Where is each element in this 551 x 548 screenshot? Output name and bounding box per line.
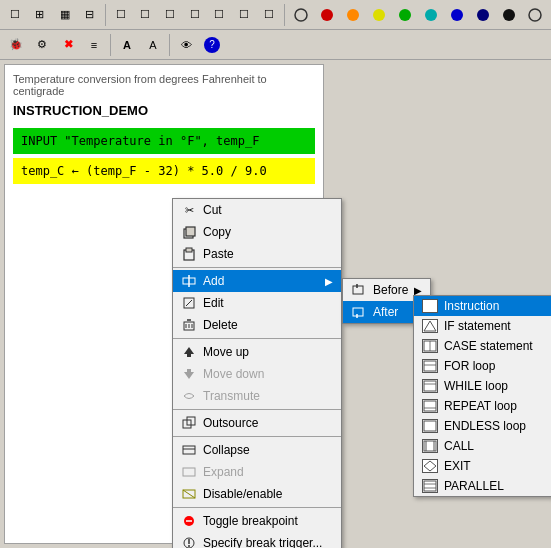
copy-icon [181,224,197,240]
menu-item-edit[interactable]: Edit [173,292,341,314]
context-menu: ✂ Cut Copy Paste Add ▶ Edit Delete [172,198,342,548]
tb2-gear[interactable]: ⚙ [30,33,54,57]
add-arrow-icon: ▶ [325,276,333,287]
circle-red[interactable] [315,3,339,27]
svg-rect-11 [186,227,195,236]
svg-marker-23 [184,347,194,354]
type-for[interactable]: FOR loop [414,356,551,376]
svg-rect-57 [424,481,436,491]
repeat-icon [422,399,438,413]
repeat-label: REPEAT loop [444,399,517,413]
circle-black[interactable] [497,3,521,27]
circle-empty2-icon [527,7,543,23]
endless-icon [422,419,438,433]
expand-label: Expand [203,465,244,479]
font-a2-icon: A [144,36,162,54]
menu-item-add[interactable]: Add ▶ [173,270,341,292]
submenu-types: Instruction IF statement CASE statement … [413,295,551,497]
cut-label: Cut [203,203,222,217]
if-icon [422,319,438,333]
black-circle-icon [501,7,517,23]
add-icon [181,273,197,289]
copy-label: Copy [203,225,231,239]
svg-marker-25 [184,372,194,379]
while-icon [422,379,438,393]
type-while[interactable]: WHILE loop [414,376,551,396]
circle-teal[interactable] [419,3,443,27]
exit-icon [422,459,438,473]
menu-item-delete[interactable]: Delete [173,314,341,336]
circle-green[interactable] [393,3,417,27]
menu-item-cut[interactable]: ✂ Cut [173,199,341,221]
svg-point-8 [503,9,515,21]
type-if[interactable]: IF statement [414,316,551,336]
code-title: INSTRUCTION_DEMO [13,103,315,118]
paste-label: Paste [203,247,234,261]
menu-item-collapse[interactable]: Collapse [173,439,341,461]
type-endless[interactable]: ENDLESS loop [414,416,551,436]
delete-label: Delete [203,318,238,332]
circle-orange[interactable] [341,3,365,27]
tb-btn-9[interactable]: ☐ [208,3,231,27]
menu-item-expand[interactable]: Expand [173,461,341,483]
tb-btn-5[interactable]: ☐ [110,3,133,27]
while-label: WHILE loop [444,379,508,393]
circle-yellow[interactable] [367,3,391,27]
menu-item-breakpoint[interactable]: Toggle breakpoint [173,510,341,532]
circle-darkblue[interactable] [471,3,495,27]
tb2-x[interactable]: ✖ [56,33,80,57]
menu-item-move-down[interactable]: Move down [173,363,341,385]
circle-empty-2[interactable] [523,3,547,27]
paste-icon [181,246,197,262]
tb-btn-11[interactable]: ☐ [257,3,280,27]
menu-item-paste[interactable]: Paste [173,243,341,265]
type-call[interactable]: CALL [414,436,551,456]
tb2-font1[interactable]: A [115,33,139,57]
type-case[interactable]: CASE statement [414,336,551,356]
tb-btn-4[interactable]: ⊟ [78,3,101,27]
type-exit[interactable]: EXIT [414,456,551,476]
circle-empty-1[interactable] [289,3,313,27]
tb2-lines[interactable]: ≡ [82,33,106,57]
type-repeat[interactable]: REPEAT loop [414,396,551,416]
svg-point-1 [321,9,333,21]
menu-item-copy[interactable]: Copy [173,221,341,243]
tb2-font2[interactable]: A [141,33,165,57]
tb2-eye[interactable]: 👁 [174,33,198,57]
tb-btn-8[interactable]: ☐ [183,3,206,27]
menu-item-move-up[interactable]: Move up [173,341,341,363]
blue-circle-icon [449,7,465,23]
type-instruction[interactable]: Instruction [414,296,551,316]
after-label: After [373,305,398,319]
toolbar-top: ☐ ⊞ ▦ ⊟ ☐ ☐ ☐ ☐ ☐ ☐ ☐ [0,0,551,30]
move-down-label: Move down [203,367,264,381]
breakpoint-label: Toggle breakpoint [203,514,298,528]
collapse-label: Collapse [203,443,250,457]
menu-item-transmute[interactable]: Transmute [173,385,341,407]
circle-blue[interactable] [445,3,469,27]
tb2-help[interactable]: ? [200,33,224,57]
call-label: CALL [444,439,474,453]
tb-btn-2[interactable]: ⊞ [29,3,52,27]
box4-icon: ☐ [186,6,204,24]
menu-item-trigger[interactable]: Specify break trigger... [173,532,341,548]
sep-1 [105,4,106,26]
box2-icon: ☐ [136,6,154,24]
orange-circle-icon [345,7,361,23]
svg-marker-56 [424,461,436,471]
tb-btn-1[interactable]: ☐ [4,3,27,27]
svg-rect-24 [187,354,191,357]
menu-item-outsource[interactable]: Outsource [173,412,341,434]
edit-icon [181,295,197,311]
menu-item-disable[interactable]: Disable/enable [173,483,341,505]
tb-btn-3[interactable]: ▦ [53,3,76,27]
tb2-bug[interactable]: 🐞 [4,33,28,57]
tb-btn-10[interactable]: ☐ [233,3,256,27]
lines-icon: ≡ [85,36,103,54]
transmute-label: Transmute [203,389,260,403]
svg-rect-31 [183,468,195,476]
eye-icon: 👁 [177,36,195,54]
tb-btn-7[interactable]: ☐ [159,3,182,27]
type-parallel[interactable]: PARALLEL [414,476,551,496]
tb-btn-6[interactable]: ☐ [134,3,157,27]
